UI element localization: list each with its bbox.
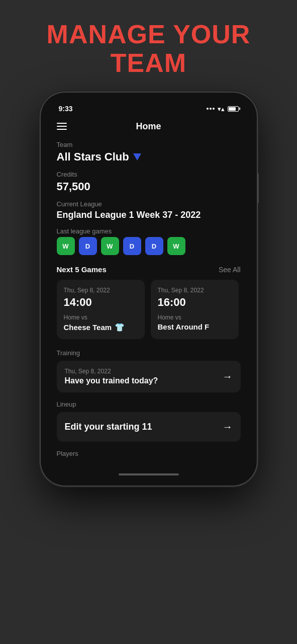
status-icons: ▾▴ <box>207 105 239 113</box>
training-question: Have you trained today? <box>65 376 158 385</box>
games-scroll: Thu, Sep 8, 2022 14:00 Home vs Cheese Te… <box>57 280 241 339</box>
training-arrow-icon: → <box>223 371 233 382</box>
shirt-icon-1: 👕 <box>115 323 125 332</box>
credits-value: 57,500 <box>57 180 241 193</box>
team-label: Team <box>57 141 241 148</box>
game-2-time: 16:00 <box>158 296 232 309</box>
training-card-left: Thu, Sep 8, 2022 Have you trained today? <box>65 368 158 385</box>
game-badge-w1: W <box>57 237 75 255</box>
top-nav: Home <box>47 117 251 136</box>
training-label: Training <box>57 349 241 357</box>
players-label: Players <box>57 450 241 457</box>
battery-icon <box>228 106 239 112</box>
last-games-label: Last league games <box>57 227 241 235</box>
lineup-title: Edit your starting 11 <box>65 422 152 432</box>
game-1-date: Thu, Sep 8, 2022 <box>64 287 138 294</box>
status-time: 9:33 <box>59 105 73 113</box>
game-badge-w2: W <box>101 237 119 255</box>
home-indicator <box>47 469 251 479</box>
game-badge-d3: D <box>145 237 163 255</box>
next-games-title: Next 5 Games <box>57 265 107 274</box>
nav-title: Home <box>136 121 161 132</box>
team-badge-icon <box>133 153 141 160</box>
battery-fill <box>229 107 236 111</box>
team-name: All Stars Club <box>57 150 129 164</box>
game-badge-d1: D <box>79 237 97 255</box>
team-name-row: All Stars Club <box>57 150 241 164</box>
hamburger-menu-button[interactable] <box>57 123 67 130</box>
page-title: MANAGE YOUR TEAM <box>47 20 251 77</box>
game-1-opponent: Cheese Team <box>64 323 112 332</box>
game-card-1[interactable]: Thu, Sep 8, 2022 14:00 Home vs Cheese Te… <box>57 280 145 339</box>
last-games-row: W D W D D W <box>57 237 241 255</box>
credits-label: Credits <box>57 171 241 178</box>
game-2-venue: Home vs <box>158 314 232 321</box>
status-bar: 9:33 ▾▴ <box>47 99 251 117</box>
next-games-header: Next 5 Games See All <box>57 265 241 274</box>
see-all-link[interactable]: See All <box>219 266 241 274</box>
game-2-opponent: Best Around F <box>158 323 210 331</box>
game-1-opponent-row: Cheese Team 👕 <box>64 323 138 332</box>
training-card[interactable]: Thu, Sep 8, 2022 Have you trained today?… <box>57 361 241 392</box>
signal-dots <box>207 108 215 110</box>
game-1-time: 14:00 <box>64 296 138 309</box>
training-date: Thu, Sep 8, 2022 <box>65 368 158 375</box>
lineup-arrow-icon: → <box>223 421 233 433</box>
game-badge-d2: D <box>123 237 141 255</box>
league-name: England League 1 Week 37 - 2022 <box>57 210 241 220</box>
game-2-opponent-row: Best Around F <box>158 323 232 331</box>
phone-device: 9:33 ▾▴ Home Team All Stars Cl <box>41 93 257 486</box>
game-1-venue: Home vs <box>64 314 138 321</box>
wifi-icon: ▾▴ <box>218 105 225 113</box>
game-card-2[interactable]: Thu, Sep 8, 2022 16:00 Home vs Best Arou… <box>151 280 239 339</box>
scroll-content: Team All Stars Club Credits 57,500 Curre… <box>47 136 251 469</box>
home-bar <box>119 473 179 475</box>
game-2-date: Thu, Sep 8, 2022 <box>158 287 232 294</box>
lineup-label: Lineup <box>57 400 241 408</box>
game-badge-w3: W <box>167 237 185 255</box>
lineup-card[interactable]: Edit your starting 11 → <box>57 412 241 442</box>
phone-screen: 9:33 ▾▴ Home Team All Stars Cl <box>47 99 251 479</box>
league-label: Current League <box>57 200 241 208</box>
